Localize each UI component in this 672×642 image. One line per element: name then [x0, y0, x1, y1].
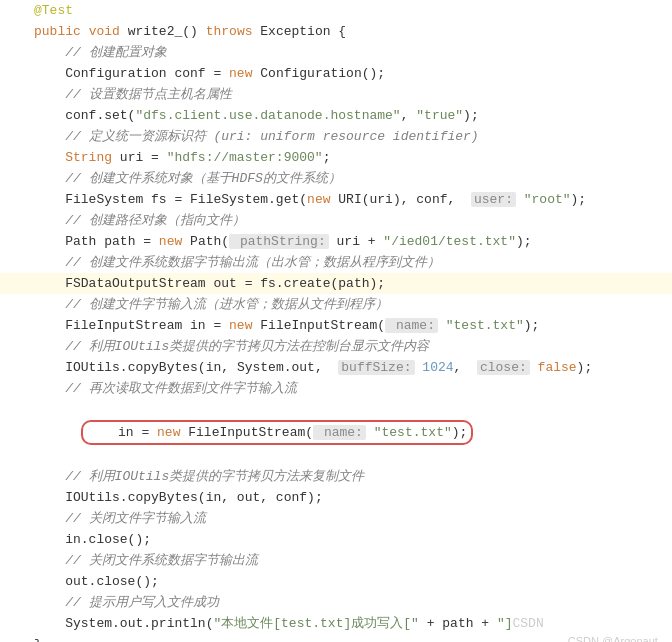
- line-content-23: // 关闭文件字节输入流: [30, 508, 672, 529]
- line-25: // 关闭文件系统数据字节输出流: [0, 550, 672, 571]
- line-content-22: IOUtils.copyBytes(in, out, conf);: [30, 487, 672, 508]
- line-8: String uri = "hdfs://master:9000";: [0, 147, 672, 168]
- line-content-28: System.out.println("本地文件[test.txt]成功写入["…: [30, 613, 672, 634]
- line-17: // 利用IOUtils类提供的字节拷贝方法在控制台显示文件内容: [0, 336, 672, 357]
- watermark: CSDN @Argonaut_: [568, 633, 664, 642]
- line-content-3: // 创建配置对象: [30, 42, 672, 63]
- line-24: in.close();: [0, 529, 672, 550]
- line-content-11: // 创建路径对象（指向文件）: [30, 210, 672, 231]
- line-content-12: Path path = new Path( pathString: uri + …: [30, 231, 672, 252]
- line-content-1: @Test: [30, 0, 672, 21]
- line-12: Path path = new Path( pathString: uri + …: [0, 231, 672, 252]
- line-16: FileInputStream in = new FileInputStream…: [0, 315, 672, 336]
- line-content-19: // 再次读取文件数据到文件字节输入流: [30, 378, 672, 399]
- line-7: // 定义统一资源标识符 (uri: uniform resource iden…: [0, 126, 672, 147]
- line-5: // 设置数据节点主机名属性: [0, 84, 672, 105]
- line-26: out.close();: [0, 571, 672, 592]
- line-content-7: // 定义统一资源标识符 (uri: uniform resource iden…: [30, 126, 672, 147]
- line-22: IOUtils.copyBytes(in, out, conf);: [0, 487, 672, 508]
- line-content-27: // 提示用户写入文件成功: [30, 592, 672, 613]
- line-15: // 创建文件字节输入流（进水管；数据从文件到程序）: [0, 294, 672, 315]
- line-14: FSDataOutputStream out = fs.create(path)…: [0, 273, 672, 294]
- line-content-4: Configuration conf = new Configuration()…: [30, 63, 672, 84]
- line-content-21: // 利用IOUtils类提供的字节拷贝方法来复制文件: [30, 466, 672, 487]
- line-28: System.out.println("本地文件[test.txt]成功写入["…: [0, 613, 672, 634]
- line-content-18: IOUtils.copyBytes(in, System.out, buffSi…: [30, 357, 672, 378]
- line-23: // 关闭文件字节输入流: [0, 508, 672, 529]
- line-content-17: // 利用IOUtils类提供的字节拷贝方法在控制台显示文件内容: [30, 336, 672, 357]
- line-2: public void write2_() throws Exception {: [0, 21, 672, 42]
- line-content-8: String uri = "hdfs://master:9000";: [30, 147, 672, 168]
- line-4: Configuration conf = new Configuration()…: [0, 63, 672, 84]
- line-20: in = new FileInputStream( name: "test.tx…: [0, 399, 672, 466]
- line-content-26: out.close();: [30, 571, 672, 592]
- line-content-14: FSDataOutputStream out = fs.create(path)…: [30, 273, 672, 294]
- line-27: // 提示用户写入文件成功: [0, 592, 672, 613]
- line-10: FileSystem fs = FileSystem.get(new URI(u…: [0, 189, 672, 210]
- line-6: conf.set("dfs.client.use.datanode.hostna…: [0, 105, 672, 126]
- line-11: // 创建路径对象（指向文件）: [0, 210, 672, 231]
- line-content-13: // 创建文件系统数据字节输出流（出水管；数据从程序到文件）: [30, 252, 672, 273]
- line-19: // 再次读取文件数据到文件字节输入流: [0, 378, 672, 399]
- line-3: // 创建配置对象: [0, 42, 672, 63]
- line-content-2: public void write2_() throws Exception {: [30, 21, 672, 42]
- line-content-25: // 关闭文件系统数据字节输出流: [30, 550, 672, 571]
- line-18: IOUtils.copyBytes(in, System.out, buffSi…: [0, 357, 672, 378]
- line-content-5: // 设置数据节点主机名属性: [30, 84, 672, 105]
- line-content-24: in.close();: [30, 529, 672, 550]
- line-content-15: // 创建文件字节输入流（进水管；数据从文件到程序）: [30, 294, 672, 315]
- code-editor: @Test public void write2_() throws Excep…: [0, 0, 672, 642]
- line-9: // 创建文件系统对象（基于HDFS的文件系统）: [0, 168, 672, 189]
- line-content-9: // 创建文件系统对象（基于HDFS的文件系统）: [30, 168, 672, 189]
- line-21: // 利用IOUtils类提供的字节拷贝方法来复制文件: [0, 466, 672, 487]
- line-13: // 创建文件系统数据字节输出流（出水管；数据从程序到文件）: [0, 252, 672, 273]
- line-content-10: FileSystem fs = FileSystem.get(new URI(u…: [30, 189, 672, 210]
- line-content-16: FileInputStream in = new FileInputStream…: [30, 315, 672, 336]
- line-1: @Test: [0, 0, 672, 21]
- line-content-20: in = new FileInputStream( name: "test.tx…: [30, 399, 672, 466]
- line-content-6: conf.set("dfs.client.use.datanode.hostna…: [30, 105, 672, 126]
